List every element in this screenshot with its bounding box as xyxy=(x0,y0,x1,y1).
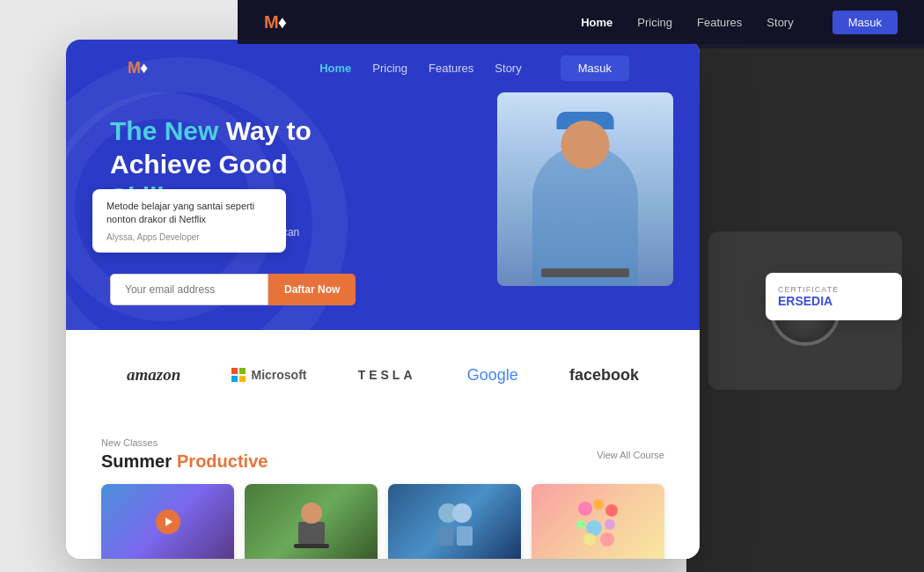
ms-red xyxy=(231,368,238,374)
course-thumb-3 xyxy=(532,484,664,559)
svg-rect-2 xyxy=(294,544,329,548)
svg-point-12 xyxy=(605,519,615,530)
person-head xyxy=(561,121,610,169)
microsoft-squares xyxy=(231,368,246,382)
top-nav-story[interactable]: Story xyxy=(766,16,793,29)
course-card-2[interactable]: Good Negotiation xyxy=(388,484,521,559)
daftar-button[interactable]: Daftar Now xyxy=(268,274,356,305)
drawing-icon xyxy=(568,491,629,553)
facebook-logo: facebook xyxy=(569,366,639,385)
svg-point-9 xyxy=(605,504,618,517)
card-navbar: M♦ Home Pricing Features Story Masuk xyxy=(101,40,664,97)
card-masuk-button[interactable]: Masuk xyxy=(561,55,629,81)
hero-title-way: Way to xyxy=(226,116,312,145)
vlog-icon xyxy=(285,491,338,553)
hero-section: M♦ Home Pricing Features Story Masuk The… xyxy=(66,40,700,330)
svg-point-1 xyxy=(301,502,322,524)
svg-point-7 xyxy=(578,502,592,516)
certificate-card: CERTIFICATE ERSEDIA xyxy=(766,273,902,320)
course-card-3[interactable]: Flower Drawing xyxy=(532,484,664,559)
hero-image xyxy=(497,92,673,286)
microsoft-logo: Microsoft xyxy=(231,368,306,382)
hero-person-visual xyxy=(497,92,673,286)
course-thumb-0 xyxy=(101,484,234,559)
ms-yellow xyxy=(239,376,246,382)
testimonial-author: Alyssa, Apps Developer xyxy=(106,232,272,242)
view-all-link[interactable]: View All Course xyxy=(597,450,664,460)
classes-title: Summer Productive xyxy=(101,451,268,472)
main-card: M♦ Home Pricing Features Story Masuk The… xyxy=(66,40,700,559)
course-thumb-1 xyxy=(245,484,378,559)
hero-title-new: The New xyxy=(110,116,218,145)
top-logo: M♦ xyxy=(264,12,286,33)
cert-title-text: ERSEDIA xyxy=(778,294,832,308)
logos-section: amazon Microsoft TESLA Google xyxy=(66,330,700,420)
hero-title-achieve: Achieve Good xyxy=(110,150,288,179)
svg-point-4 xyxy=(452,503,472,523)
classes-section: New Classes Summer Productive View All C… xyxy=(66,420,700,559)
amazon-logo: amazon xyxy=(127,365,180,385)
email-input[interactable] xyxy=(110,274,268,305)
title-summer: Summer xyxy=(101,451,172,472)
top-nav: Home Pricing Features Story Masuk xyxy=(581,11,898,34)
card-nav-home[interactable]: Home xyxy=(319,62,351,75)
top-nav-home[interactable]: Home xyxy=(581,16,612,29)
svg-point-13 xyxy=(583,533,596,546)
tesla-logo: TESLA xyxy=(358,368,416,382)
card-nav-features[interactable]: Features xyxy=(429,62,473,75)
course-thumb-2 xyxy=(388,484,521,559)
laptop xyxy=(541,268,629,277)
cert-label: CERTIFICATE xyxy=(778,285,890,294)
course-card-1[interactable]: Start Vlogging xyxy=(245,484,378,559)
classes-title-block: New Classes Summer Productive xyxy=(101,437,268,472)
svg-rect-5 xyxy=(437,526,453,546)
person-body xyxy=(532,145,638,286)
logos-row: amazon Microsoft TESLA Google xyxy=(101,356,664,393)
play-button-0[interactable] xyxy=(156,510,180,534)
svg-point-14 xyxy=(600,532,614,546)
courses-row: Graphic Designer 101 Start Vlogging xyxy=(101,484,664,559)
card-nav: Home Pricing Features Story Masuk xyxy=(319,55,629,81)
title-row: New Classes Summer Productive View All C… xyxy=(101,437,664,472)
top-nav-pricing[interactable]: Pricing xyxy=(637,16,672,29)
ms-green xyxy=(239,368,246,374)
testimonial-text: Metode belajar yang santai seperti nonto… xyxy=(106,200,272,227)
card-nav-pricing[interactable]: Pricing xyxy=(372,62,407,75)
testimonial-card: Metode belajar yang santai seperti nonto… xyxy=(92,189,286,253)
top-nav-features[interactable]: Features xyxy=(697,16,742,29)
title-productive: Productive xyxy=(177,451,268,472)
cert-title: ERSEDIA xyxy=(778,294,890,308)
svg-rect-0 xyxy=(298,522,325,544)
svg-point-8 xyxy=(593,499,604,510)
card-nav-story[interactable]: Story xyxy=(495,62,521,75)
card-logo: M♦ xyxy=(128,59,147,77)
play-icon-0 xyxy=(165,517,172,526)
google-logo: Google xyxy=(467,366,518,385)
ms-blue xyxy=(231,376,238,382)
top-navbar: M♦ Home Pricing Features Story Masuk xyxy=(238,0,924,44)
svg-point-10 xyxy=(576,520,585,529)
svg-rect-6 xyxy=(457,526,473,546)
course-card-0[interactable]: Graphic Designer 101 xyxy=(101,484,234,559)
new-classes-label: New Classes xyxy=(101,437,268,448)
negotiation-icon xyxy=(429,491,481,553)
top-masuk-button[interactable]: Masuk xyxy=(832,11,898,34)
